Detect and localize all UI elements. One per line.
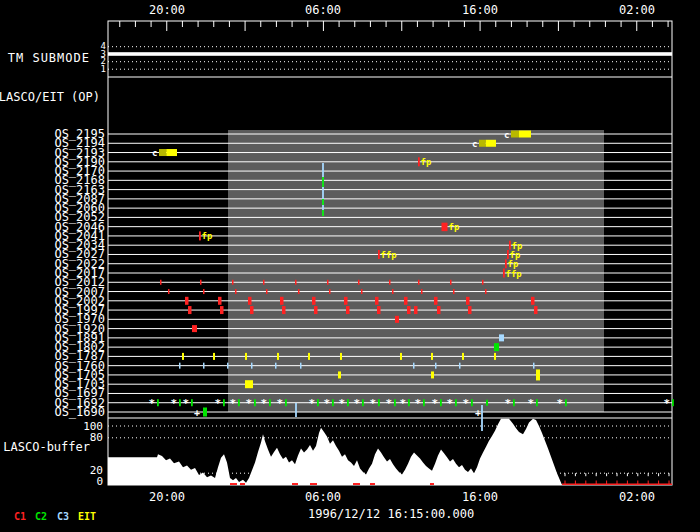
plot-start-datetime: 1996/12/12 16:15:00.000: [308, 507, 474, 521]
svg-text:*: *: [664, 397, 671, 410]
svg-text:*: *: [505, 397, 512, 410]
legend-item-c3: C3: [57, 511, 69, 522]
bottom-axis-label: 16:00: [462, 490, 498, 504]
svg-text:*: *: [277, 397, 284, 410]
legend-item-c1: C1: [14, 511, 26, 522]
svg-text:*: *: [261, 397, 268, 410]
bottom-axis-label: 06:00: [305, 490, 341, 504]
svg-text:fp: fp: [449, 222, 460, 232]
svg-text:*: *: [215, 397, 222, 410]
svg-text:*: *: [230, 397, 237, 410]
svg-text:fp: fp: [202, 231, 213, 241]
svg-text:fp: fp: [421, 157, 432, 167]
svg-text:*: *: [463, 397, 470, 410]
svg-text:*: *: [415, 397, 422, 410]
svg-text:+: +: [475, 407, 481, 418]
svg-text:*: *: [447, 397, 454, 410]
svg-text:+: +: [194, 407, 200, 418]
svg-text:*: *: [324, 397, 331, 410]
svg-text:c: c: [472, 139, 477, 149]
svg-text:*: *: [171, 397, 178, 410]
svg-text:c: c: [504, 130, 509, 140]
svg-text:ffp: ffp: [506, 269, 523, 279]
bottom-axis-label: 02:00: [619, 490, 655, 504]
svg-text:*: *: [528, 397, 535, 410]
svg-text:*: *: [309, 397, 316, 410]
svg-text:c: c: [152, 148, 157, 158]
svg-text:*: *: [183, 397, 190, 410]
svg-text:*: *: [354, 397, 361, 410]
svg-text:*: *: [370, 397, 377, 410]
legend-item-c2: C2: [35, 511, 47, 522]
svg-text:*: *: [432, 397, 439, 410]
legend-item-eit: EIT: [78, 511, 96, 522]
lasco-timeline-screen: 20:0006:0016:0002:00 TM SUBMODE 4321 LAS…: [0, 0, 700, 532]
bottom-axis-label: 20:00: [149, 490, 185, 504]
timeline-plot: cccfpfpfpfpfpffpfpffp*******************…: [0, 0, 700, 532]
svg-text:*: *: [246, 397, 253, 410]
svg-text:ffp: ffp: [381, 250, 398, 260]
svg-text:*: *: [339, 397, 346, 410]
svg-text:*: *: [149, 397, 156, 410]
svg-text:*: *: [557, 397, 564, 410]
svg-text:*: *: [400, 397, 407, 410]
svg-text:*: *: [386, 397, 393, 410]
